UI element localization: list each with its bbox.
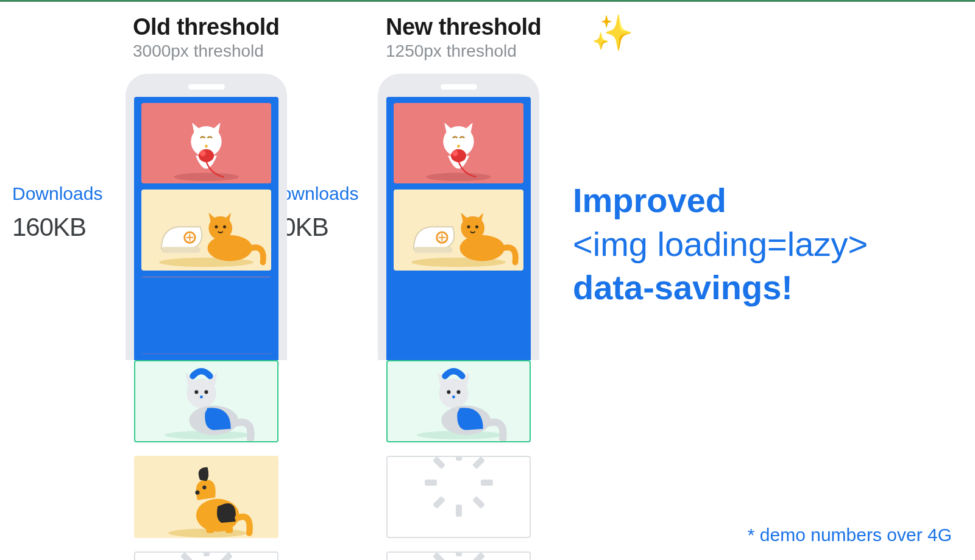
svg-point-39 [439, 378, 468, 408]
headline-line3: data-savings! [573, 266, 951, 310]
new-title: New threshold [386, 14, 541, 40]
old-threshold-heading: Old threshold 3000px threshold [133, 14, 280, 61]
svg-rect-37 [225, 526, 233, 533]
tile-cat-shoe [394, 190, 523, 270]
tile-cat-blue [386, 360, 531, 442]
svg-point-22 [459, 235, 505, 261]
svg-point-3 [200, 151, 206, 157]
tile-cat-shoe [141, 190, 271, 270]
svg-point-41 [447, 390, 450, 394]
phone-new [378, 74, 539, 360]
below-stack-old [134, 360, 278, 560]
svg-point-28 [194, 390, 198, 394]
tile-cat-blue [134, 360, 278, 442]
svg-point-43 [452, 395, 455, 399]
svg-point-33 [202, 486, 206, 489]
tile-placeholder [386, 551, 531, 560]
phone-screen [386, 97, 531, 360]
svg-point-29 [204, 390, 208, 394]
tile-placeholder [386, 456, 531, 538]
phone-screen [134, 97, 278, 360]
downloads-value: 160KB [12, 213, 102, 242]
loading-spinner-icon [439, 477, 479, 517]
phone-old [126, 74, 287, 360]
svg-point-35 [218, 511, 222, 516]
below-stack-new [386, 360, 531, 560]
sparkle-icon: ✨ [591, 13, 634, 53]
svg-point-11 [223, 225, 226, 229]
tile-dog [134, 456, 278, 538]
tile-placeholder [134, 551, 278, 560]
headline: Improved <img loading=lazy> data-savings… [573, 179, 951, 310]
svg-point-30 [200, 395, 203, 399]
old-downloads: Downloads 160KB [12, 183, 102, 242]
svg-point-34 [195, 491, 199, 495]
tile-cat-yarn [394, 103, 523, 183]
svg-point-17 [457, 145, 460, 148]
svg-point-10 [214, 225, 218, 229]
headline-line2: <img loading=lazy> [573, 222, 951, 266]
svg-point-26 [186, 378, 216, 408]
svg-rect-6 [161, 247, 200, 253]
svg-point-13 [426, 173, 491, 182]
tile-partial [141, 277, 271, 354]
old-subtitle: 3000px threshold [133, 41, 280, 61]
new-subtitle: 1250px threshold [386, 41, 541, 61]
svg-rect-19 [414, 247, 453, 253]
svg-rect-36 [207, 526, 214, 533]
downloads-label: Downloads [12, 183, 102, 204]
tile-cat-yarn [141, 103, 271, 183]
old-title: Old threshold [133, 14, 280, 40]
footnote: * demo numbers over 4G [748, 525, 952, 545]
svg-point-23 [467, 225, 470, 229]
tile-partial [394, 277, 523, 354]
svg-point-9 [207, 235, 252, 261]
new-threshold-heading: New threshold 1250px threshold [386, 14, 541, 61]
svg-point-0 [174, 173, 239, 182]
headline-line1: Improved [573, 179, 951, 222]
svg-point-4 [205, 145, 208, 148]
svg-rect-12 [141, 277, 271, 353]
svg-point-42 [456, 390, 460, 394]
svg-point-24 [475, 225, 478, 229]
svg-point-16 [452, 151, 458, 157]
